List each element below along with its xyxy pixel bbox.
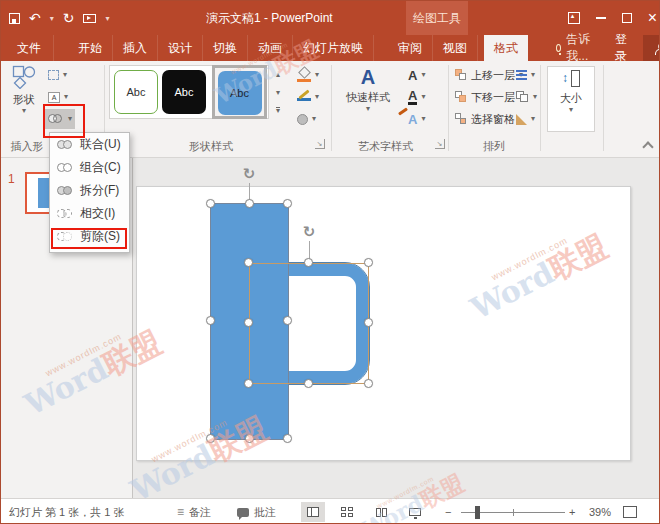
comments-button[interactable]: 批注 bbox=[237, 499, 276, 524]
selection-handle[interactable] bbox=[244, 258, 253, 267]
tab-insert[interactable]: 插入 bbox=[113, 35, 158, 61]
text-box-icon: A bbox=[48, 92, 60, 103]
shape-fill-icon bbox=[297, 68, 311, 82]
shape-outline-icon bbox=[297, 93, 311, 101]
text-outline-button[interactable]: A ▾ bbox=[405, 87, 428, 107]
menu-item-intersect[interactable]: 相交(I) bbox=[50, 202, 129, 225]
text-effects-button[interactable]: A ▾ bbox=[405, 109, 428, 129]
undo-icon[interactable]: ↶ bbox=[29, 11, 41, 25]
selection-handle[interactable] bbox=[304, 379, 313, 388]
start-slideshow-icon[interactable] bbox=[83, 14, 96, 23]
qat-customize-icon[interactable]: ▾ bbox=[105, 14, 109, 23]
shape-effects-button[interactable]: ▾ bbox=[294, 109, 319, 129]
shape-styles-gallery: Abc Abc Abc bbox=[109, 65, 269, 119]
selection-handle[interactable] bbox=[244, 379, 253, 388]
rotate-handle[interactable]: ↻ bbox=[300, 223, 318, 241]
group-separator bbox=[331, 65, 332, 151]
shape-style-3-selected[interactable]: Abc bbox=[218, 71, 262, 115]
rotate-objects-button[interactable]: ▾ bbox=[513, 109, 538, 129]
tell-me-box[interactable]: 告诉我... bbox=[550, 35, 597, 61]
notes-button[interactable]: ≡ 备注 bbox=[177, 499, 211, 524]
selection-handle[interactable] bbox=[283, 199, 292, 208]
menu-item-fragment[interactable]: 拆分(F) bbox=[50, 179, 129, 202]
selection-handle[interactable] bbox=[364, 379, 373, 388]
normal-view-button[interactable] bbox=[301, 502, 325, 522]
fragment-icon bbox=[57, 184, 73, 197]
chevron-down-icon: ▾ bbox=[312, 115, 316, 123]
tab-transitions[interactable]: 切换 bbox=[203, 35, 248, 61]
selection-handle[interactable] bbox=[245, 199, 254, 208]
rotate-handle[interactable]: ↻ bbox=[240, 165, 258, 183]
merge-shapes-menu: 联合(U) 组合(C) 拆分(F) 相交(I) 剪除(S) bbox=[49, 132, 130, 253]
tab-animations[interactable]: 动画 bbox=[248, 35, 293, 61]
selection-handle[interactable] bbox=[244, 318, 253, 327]
maximize-icon[interactable] bbox=[622, 13, 632, 23]
tab-review[interactable]: 审阅 bbox=[388, 35, 433, 61]
size-button[interactable]: ↕ 大小 ▾ bbox=[547, 66, 595, 132]
text-fill-button[interactable]: A ▾ bbox=[405, 65, 428, 85]
edit-shape-button[interactable]: ▾ bbox=[45, 65, 70, 85]
redo-icon[interactable]: ↻ bbox=[63, 11, 75, 25]
tab-slideshow[interactable]: 幻灯片放映 bbox=[293, 35, 374, 61]
gallery-more-icon[interactable]: ▾ bbox=[269, 101, 287, 119]
close-icon[interactable]: × bbox=[648, 10, 657, 26]
undo-dropdown-icon[interactable]: ▾ bbox=[50, 14, 54, 23]
chevron-down-icon: ▾ bbox=[315, 93, 319, 101]
save-icon[interactable] bbox=[9, 13, 20, 24]
zoom-level[interactable]: 39% bbox=[589, 499, 611, 524]
reading-view-icon bbox=[376, 508, 387, 517]
shape-fill-button[interactable]: ▾ bbox=[294, 65, 322, 85]
tab-home[interactable]: 开始 bbox=[68, 35, 113, 61]
selection-handle[interactable] bbox=[206, 199, 215, 208]
text-box-button[interactable]: A ▾ bbox=[45, 87, 71, 107]
selection-handle[interactable] bbox=[245, 434, 254, 443]
slide-sorter-icon bbox=[341, 507, 353, 517]
selection-handle[interactable] bbox=[364, 258, 373, 267]
slide-indicator: 幻灯片 第 1 张，共 1 张 bbox=[9, 499, 125, 524]
slideshow-view-icon bbox=[409, 508, 421, 516]
selection-handle[interactable] bbox=[364, 318, 373, 327]
reading-view-button[interactable] bbox=[369, 502, 393, 522]
menu-item-label: 拆分(F) bbox=[80, 182, 119, 199]
ribbon-display-options-icon[interactable] bbox=[568, 12, 580, 24]
menu-item-subtract[interactable]: 剪除(S) bbox=[50, 225, 129, 248]
group-objects-icon bbox=[516, 91, 529, 103]
shape-style-1[interactable]: Abc bbox=[114, 70, 158, 114]
shape-styles-dialog-launcher-icon[interactable]: ↘ bbox=[315, 139, 325, 149]
selection-handle[interactable] bbox=[206, 434, 215, 443]
selection-handle[interactable] bbox=[206, 316, 215, 325]
tab-format-active[interactable]: 格式 bbox=[484, 35, 528, 61]
quick-styles-button[interactable]: A 快速样式 ▾ bbox=[337, 67, 399, 113]
merge-shapes-button[interactable]: ▾ bbox=[45, 109, 75, 129]
tab-design[interactable]: 设计 bbox=[158, 35, 203, 61]
shape-style-2[interactable]: Abc bbox=[162, 70, 206, 114]
tab-file[interactable]: 文件 bbox=[5, 35, 54, 61]
gallery-up-icon[interactable]: ▴ bbox=[269, 65, 287, 83]
group-objects-button[interactable]: ▾ bbox=[513, 87, 540, 107]
slideshow-view-button[interactable] bbox=[403, 502, 427, 522]
align-button[interactable]: ▾ bbox=[513, 65, 538, 85]
slide-sorter-view-button[interactable] bbox=[335, 502, 359, 522]
gallery-down-icon[interactable]: ▾ bbox=[269, 83, 287, 101]
shapes-button[interactable]: 形状 ▾ bbox=[5, 65, 43, 115]
menu-item-combine[interactable]: 组合(C) bbox=[50, 156, 129, 179]
insert-shapes-group-label: 插入形 bbox=[5, 139, 49, 154]
tab-view[interactable]: 视图 bbox=[433, 35, 478, 61]
selection-handle[interactable] bbox=[283, 316, 292, 325]
fit-to-window-button[interactable] bbox=[623, 499, 637, 524]
selection-pane-button[interactable]: 选择窗格 bbox=[452, 109, 518, 129]
selection-handle[interactable] bbox=[304, 258, 313, 267]
minimize-icon[interactable] bbox=[596, 17, 606, 19]
share-button[interactable]: 共享 bbox=[643, 35, 660, 61]
sign-in-button[interactable]: 登录 bbox=[605, 35, 637, 61]
collapse-ribbon-icon[interactable] bbox=[642, 141, 653, 152]
menu-item-union[interactable]: 联合(U) bbox=[50, 133, 129, 156]
menu-item-label: 联合(U) bbox=[80, 136, 121, 153]
zoom-slider-thumb[interactable] bbox=[475, 506, 480, 519]
chevron-down-icon: ▾ bbox=[68, 115, 72, 123]
zoom-out-button[interactable]: − bbox=[445, 499, 451, 524]
selection-handle[interactable] bbox=[283, 434, 292, 443]
wordart-dialog-launcher-icon[interactable]: ↘ bbox=[435, 139, 445, 149]
shape-outline-button[interactable]: ▾ bbox=[294, 87, 322, 107]
zoom-in-button[interactable]: + bbox=[569, 499, 575, 524]
